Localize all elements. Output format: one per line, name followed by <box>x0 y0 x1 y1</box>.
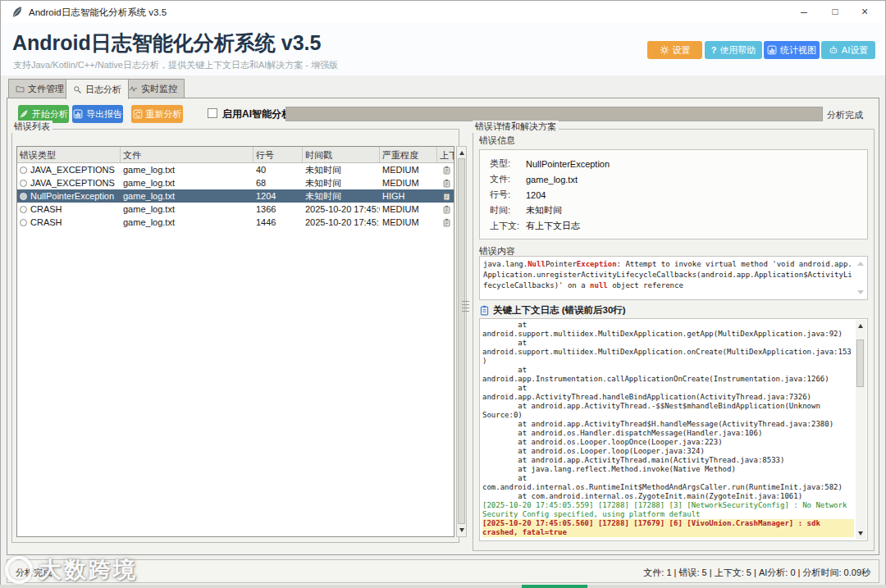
clipboard-icon <box>442 165 451 175</box>
error-table-row[interactable]: CRASHgame_log.txt14462025-10-20 17:45:1M… <box>17 216 454 229</box>
tab-realtime-monitor[interactable]: 实时监控 <box>121 79 185 98</box>
scrollbar-thumb[interactable] <box>856 340 864 387</box>
error-content-box[interactable]: java.lang.NullPointerException: Attempt … <box>479 256 868 300</box>
progressbar-fill <box>286 107 822 121</box>
log-line: at com.android.internal.os.ZygoteInit.ma… <box>482 492 854 501</box>
search-icon <box>73 85 82 94</box>
error-list-title: 错误列表 <box>11 121 53 133</box>
column-line[interactable]: 行号 <box>253 147 303 162</box>
circle-icon <box>20 193 27 200</box>
log-line: at <box>482 366 854 375</box>
log-line: at <box>482 384 854 393</box>
chart-icon <box>767 45 777 55</box>
tab-log-analysis[interactable]: 日志分析 <box>66 79 129 99</box>
clipboard-icon <box>442 191 451 202</box>
error-content-title: 错误内容 <box>479 245 515 258</box>
tab-file-management[interactable]: 文件管理 <box>8 79 71 98</box>
error-table-header: 错误类型 文件 行号 时间戳 严重程度 上下 <box>17 147 454 163</box>
question-icon: ? <box>711 45 717 55</box>
help-button[interactable]: ? 使用帮助 <box>705 41 762 59</box>
chart-icon <box>73 109 83 119</box>
log-line: Security Config specified, using platfor… <box>482 510 854 519</box>
error-table-row[interactable]: JAVA_EXCEPTIONSgame_log.txt40未知时间MEDIUM <box>17 163 454 176</box>
log-line: at <box>482 474 854 483</box>
log-line: at <box>482 321 854 330</box>
log-line: Source:0) <box>482 411 854 420</box>
error-info-box: 类型:NullPointerException文件:game_log.txt行号… <box>479 149 868 239</box>
status-bar: 分析完成 文件: 1 | 错误: 5 | 上下文: 5 | AI分析: 0 | … <box>7 559 879 583</box>
scroll-down-arrow[interactable] <box>858 531 863 536</box>
page-subtitle: 支持Java/Kotlin/C++/Native日志分析，提供关键上下文日志和A… <box>13 59 338 71</box>
window-titlebar: Android日志智能化分析系统 v3.5 – □ × <box>1 1 885 23</box>
error-info-title: 错误信息 <box>479 134 515 147</box>
pane-sash[interactable] <box>462 299 469 313</box>
analysis-progressbar <box>285 107 823 121</box>
table-scrollbar[interactable] <box>456 146 467 537</box>
scroll-down-arrow[interactable] <box>459 528 464 532</box>
ai-settings-button[interactable]: AI设置 <box>821 41 875 59</box>
bottom-strip <box>0 585 886 588</box>
status-right: 文件: 1 | 错误: 5 | 上下文: 5 | AI分析: 0 | 分析时间:… <box>643 567 870 579</box>
log-line: at android.os.Handler.dispatchMessage(Ha… <box>482 429 854 438</box>
scroll-up-icon[interactable] <box>857 262 864 266</box>
context-log-title: 关键上下文日志 (错误前后30行) <box>493 304 626 317</box>
progress-status-label: 分析完成 <box>827 109 863 121</box>
scrollbar-thumb[interactable] <box>458 158 465 524</box>
column-context[interactable]: 上下 <box>437 147 454 162</box>
window-title: Android日志智能化分析系统 v3.5 <box>29 7 167 19</box>
error-table-row[interactable]: JAVA_EXCEPTIONSgame_log.txt68未知时间MEDIUM <box>17 176 454 189</box>
log-line: com.android.internal.os.RuntimeInit$Meth… <box>482 483 854 492</box>
log-line: android.support.multiidex.MultiDexApplic… <box>482 330 854 339</box>
clipboard-icon <box>442 204 451 215</box>
error-table-row[interactable]: CRASHgame_log.txt13662025-10-20 17:45:0M… <box>17 203 454 216</box>
column-severity[interactable]: 严重程度 <box>380 147 437 162</box>
circle-icon <box>20 219 27 226</box>
column-file[interactable]: 文件 <box>121 147 253 162</box>
column-timestamp[interactable]: 时间戳 <box>303 147 380 162</box>
robot-icon <box>829 45 838 55</box>
maximize-button[interactable]: □ <box>820 1 851 23</box>
log-line: [2025-10-20 17:45:05.560] [17288] [17679… <box>482 519 854 528</box>
log-line: at android.os.Looper.loopOnce(Looper.jav… <box>482 438 854 447</box>
export-report-button[interactable]: 导出报告 <box>72 105 123 123</box>
reanalyze-button[interactable]: 重新分析 <box>131 105 183 123</box>
stats-view-button[interactable]: 统计视图 <box>764 41 820 59</box>
minimize-button[interactable]: – <box>788 1 820 23</box>
settings-button[interactable]: 设置 <box>647 41 702 59</box>
ai-analysis-checkbox[interactable] <box>208 108 217 118</box>
clipboard-icon <box>479 305 490 316</box>
bottom-strip-green <box>522 585 587 588</box>
close-button[interactable]: × <box>849 1 880 23</box>
scroll-up-arrow[interactable] <box>858 324 863 328</box>
context-log-box[interactable]: atandroid.support.multiidex.MultiDexAppl… <box>479 318 868 541</box>
clipboard-icon <box>442 178 451 189</box>
log-line: android.app.Instrumentation.callApplicat… <box>482 375 854 384</box>
circle-icon <box>20 206 27 213</box>
log-line: android.support.multiidex.MultiDexApplic… <box>482 348 854 357</box>
app-header: Android日志智能化分析系统 v3.5 支持Java/Kotlin/C++/… <box>1 23 885 75</box>
circle-icon <box>20 166 27 174</box>
pen-icon <box>19 109 29 119</box>
log-line: android.app.ActivityThread.handleBindApp… <box>482 393 854 402</box>
app-window: Android日志智能化分析系统 v3.5 – □ × Android日志智能化… <box>0 0 886 588</box>
log-line: [2025-10-20 17:45:05.559] [17288] [17288… <box>482 501 854 510</box>
clipboard-icon <box>442 217 451 228</box>
circle-icon <box>20 180 27 187</box>
error-table-row[interactable]: NullPointerExceptiongame_log.txt1204未知时间… <box>17 189 454 203</box>
error-table: 错误类型 文件 行号 时间戳 严重程度 上下 JAVA_EXCEPTIONSga… <box>16 146 454 537</box>
log-scrollbar[interactable] <box>856 320 866 540</box>
info-field: 类型:NullPointerException <box>480 156 867 171</box>
scroll-up-arrow[interactable] <box>459 151 464 155</box>
info-field: 上下文:有上下文日志 <box>480 218 867 234</box>
info-field: 时间:未知时间 <box>480 203 867 218</box>
page-title: Android日志智能化分析系统 v3.5 <box>12 30 321 57</box>
error-table-body: JAVA_EXCEPTIONSgame_log.txt40未知时间MEDIUMJ… <box>17 163 454 229</box>
log-line: at android.app.ActivityThread.main(Activ… <box>482 456 854 465</box>
scroll-down-icon[interactable] <box>857 290 864 294</box>
column-error-type[interactable]: 错误类型 <box>17 147 121 162</box>
refresh-icon <box>133 109 143 119</box>
pulse-icon <box>129 84 138 93</box>
info-field: 行号:1204 <box>480 187 867 203</box>
gear-icon <box>660 45 669 55</box>
status-left: 分析完成 <box>16 567 52 579</box>
